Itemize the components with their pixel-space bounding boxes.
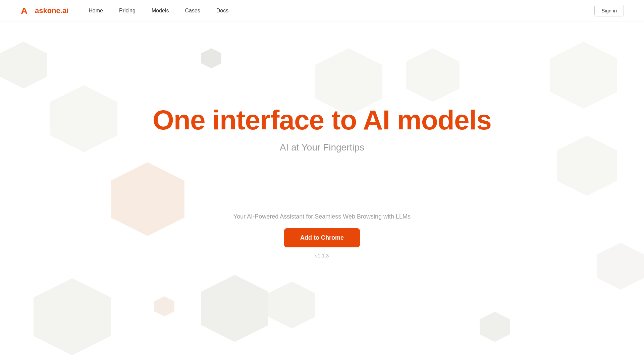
logo-icon: A [20,5,32,17]
nav-item-cases[interactable]: Cases [185,8,200,14]
nav-link-docs[interactable]: Docs [216,8,228,13]
logo-text: askone.ai [35,6,68,15]
hex-deco-10 [34,278,111,355]
hero-subtitle: AI at Your Fingertips [153,142,491,153]
hex-deco-14 [154,296,174,316]
nav-item-docs[interactable]: Docs [216,8,228,14]
hex-deco-1 [0,42,47,88]
hero-section: One interface to AI models AI at Your Fi… [0,21,644,362]
hero-description: Your AI-Powered Assistant for Seamless W… [153,213,491,220]
hex-deco-6 [550,42,617,109]
nav-item-models[interactable]: Models [152,8,169,14]
hex-deco-12 [480,312,510,342]
nav-link-models[interactable]: Models [152,8,169,13]
hex-deco-13 [597,243,644,290]
add-to-chrome-button[interactable]: Add to Chrome [284,228,360,247]
hex-deco-5 [406,48,460,102]
nav-item-home[interactable]: Home [89,8,103,14]
hex-deco-11 [268,282,315,328]
hero-title: One interface to AI models [153,105,491,135]
navbar: A askone.ai Home Pricing Models Cases Do… [0,0,644,21]
version-text: v1.1.3 [153,253,491,258]
svg-text:A: A [21,6,28,16]
nav-link-cases[interactable]: Cases [185,8,200,13]
logo[interactable]: A askone.ai [20,5,68,17]
nav-item-pricing[interactable]: Pricing [119,8,136,14]
hex-deco-9 [201,275,268,342]
hex-deco-7 [557,135,617,196]
nav-link-pricing[interactable]: Pricing [119,8,136,13]
hero-content: One interface to AI models AI at Your Fi… [153,105,491,258]
hex-deco-3 [201,48,221,68]
sign-in-button[interactable]: Sign in [594,5,624,16]
hex-deco-2 [50,85,117,152]
navbar-left: A askone.ai Home Pricing Models Cases Do… [20,5,228,17]
nav-link-home[interactable]: Home [89,8,103,13]
nav-links: Home Pricing Models Cases Docs [89,8,228,14]
